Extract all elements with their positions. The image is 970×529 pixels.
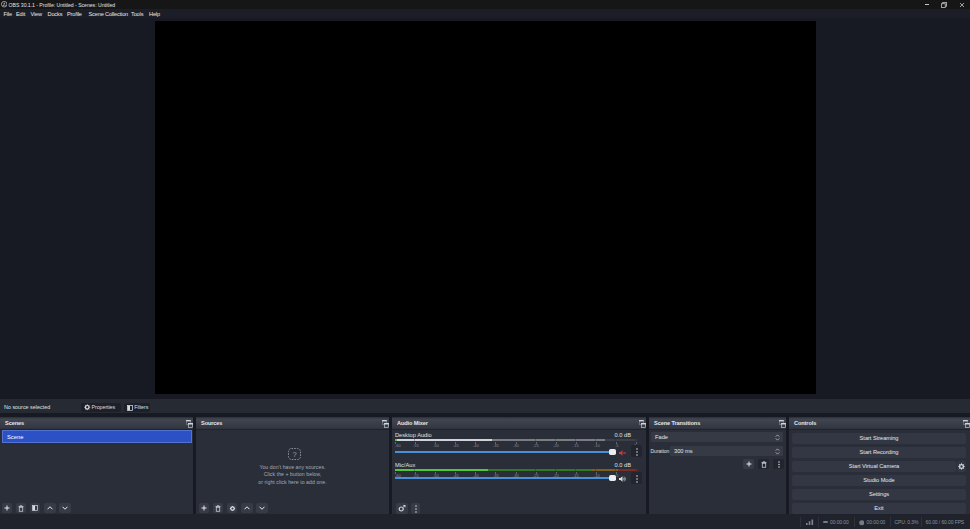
svg-text:?: ? [292,450,296,459]
